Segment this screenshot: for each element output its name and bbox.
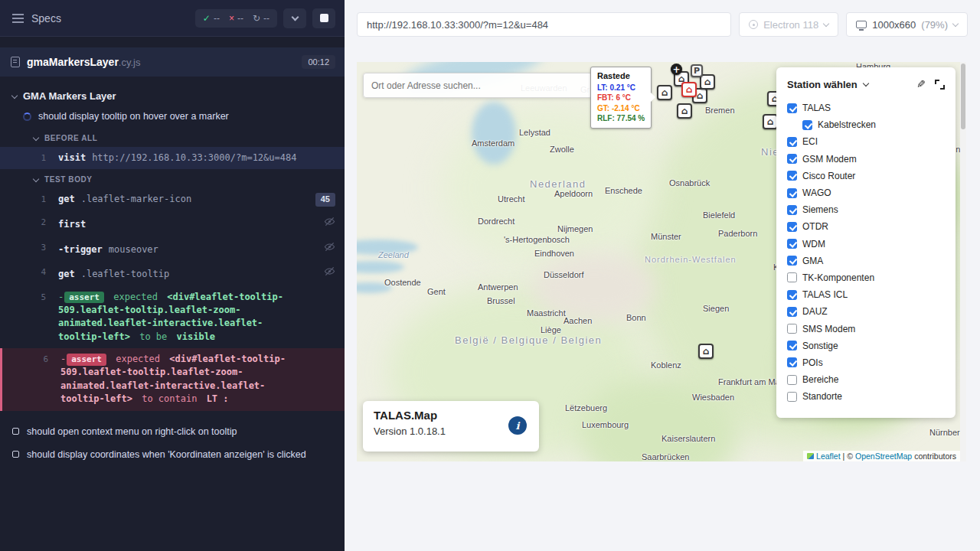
checkbox[interactable]: [787, 171, 797, 181]
map-place-label: Siegen: [703, 304, 729, 313]
checkbox[interactable]: [787, 357, 797, 367]
map-place-label: Bielefeld: [703, 210, 735, 220]
map-place-label: Enschede: [605, 186, 642, 195]
checkbox[interactable]: [787, 324, 797, 334]
station-checkbox-item[interactable]: Bereiche: [786, 371, 946, 388]
command-first[interactable]: 2 first: [0, 211, 345, 236]
checkbox[interactable]: [787, 222, 797, 232]
checkbox[interactable]: [787, 375, 797, 385]
checkbox[interactable]: [787, 154, 797, 164]
map-place-label: Zwolle: [550, 145, 574, 154]
map-marker[interactable]: ⌂: [698, 344, 714, 359]
suite-gma-markers-layer[interactable]: GMA Markers Layer: [0, 87, 345, 106]
map-marker[interactable]: ⌂: [763, 114, 778, 129]
map-scrollbar[interactable]: [960, 62, 966, 461]
section-test-body[interactable]: TEST BODY: [0, 169, 345, 188]
station-checkbox-item[interactable]: GSM Modem: [786, 151, 946, 168]
section-before-all[interactable]: BEFORE ALL: [0, 128, 345, 147]
stat-failed: ×--: [229, 13, 243, 24]
edit-pencil-icon[interactable]: ✎: [916, 78, 926, 90]
specs-menu-icon[interactable]: [12, 14, 24, 23]
station-checkbox-item[interactable]: SMS Modem: [786, 320, 946, 337]
map-marker[interactable]: ⌂: [677, 103, 692, 119]
leaflet-map[interactable]: LeeuwardenGroningenEmdenHamburgBremenHan…: [357, 62, 966, 461]
map-marker[interactable]: P: [691, 64, 703, 77]
checkbox[interactable]: [787, 307, 797, 317]
station-dropdown[interactable]: Station wählen: [787, 79, 858, 90]
checkbox[interactable]: [787, 341, 797, 350]
station-checkbox-item[interactable]: POIs: [786, 354, 946, 371]
search-input[interactable]: [371, 80, 584, 91]
test-stats: ✓-- ×-- ↻--: [195, 9, 277, 28]
map-marker[interactable]: ⌂: [681, 82, 697, 97]
station-checkbox-item[interactable]: TALAS ICL: [786, 286, 946, 303]
marker-tooltip[interactable]: Rastede LT: 0.21 °CFBT: 6 °CGT: -2.14 °C…: [590, 67, 652, 129]
checkbox[interactable]: [787, 239, 797, 249]
command-get-marker-icon[interactable]: 1 get .leaflet-marker-icon 45: [0, 188, 345, 211]
osm-link[interactable]: OpenStreetMap: [855, 452, 912, 461]
checkbox[interactable]: [802, 120, 812, 130]
url-input[interactable]: [367, 19, 721, 31]
aut-header: Electron 118 1000x660 (79%): [357, 12, 968, 37]
map-search-box[interactable]: [363, 73, 593, 98]
app-version: Version 1.0.18.1: [374, 425, 528, 437]
specs-title[interactable]: Specs: [31, 12, 61, 24]
test-active[interactable]: should display tooltip on hover over a m…: [0, 106, 345, 128]
station-checkbox-item[interactable]: Siemens: [786, 201, 946, 218]
check-icon: ✓: [203, 13, 211, 24]
station-label: OTDR: [802, 221, 828, 232]
spec-duration-badge: 00:12: [302, 55, 335, 69]
cypress-reporter: Specs ✓-- ×-- ↻-- gmaMarkersLayer .cy.js…: [0, 0, 345, 551]
expand-icon[interactable]: [935, 80, 945, 90]
test-pending-coordinates[interactable]: should display coordinates when 'Koordin…: [0, 443, 345, 466]
station-checklist: TALAS Kabelstrecken ECI GSM Modem Cisco …: [786, 99, 946, 405]
map-attribution: Leaflet | © OpenStreetMap contributors: [803, 451, 960, 461]
caret-icon: [33, 134, 39, 140]
station-checkbox-item[interactable]: Sonstige: [786, 337, 946, 354]
spec-name[interactable]: gmaMarkersLayer: [27, 56, 119, 68]
checkbox[interactable]: [787, 137, 797, 147]
command-trigger[interactable]: 3 -trigger mouseover: [0, 236, 345, 261]
url-bar[interactable]: [357, 12, 731, 37]
checkbox[interactable]: [787, 188, 797, 198]
map-place-label: Brussel: [487, 296, 515, 305]
command-visit[interactable]: 1 visit http://192.168.10.33:3000/?m=12&…: [0, 147, 345, 169]
collapse-button[interactable]: [283, 8, 306, 28]
browser-selector[interactable]: Electron 118: [739, 12, 838, 37]
scrollbar-thumb[interactable]: [961, 64, 965, 129]
station-checkbox-item[interactable]: TK-Komponenten: [786, 269, 946, 286]
station-label: GMA: [802, 256, 823, 266]
station-checkbox-item[interactable]: Kabelstrecken: [786, 116, 946, 133]
command-get-tooltip[interactable]: 4 get .leaflet-tooltip: [0, 261, 345, 285]
chevron-down-icon[interactable]: [862, 80, 868, 86]
viewport-selector[interactable]: 1000x660 (79%): [846, 12, 968, 37]
map-marker[interactable]: +: [671, 64, 682, 75]
assert-visible-passed[interactable]: 5 -assert expected <div#leaflet-tooltip-…: [0, 286, 345, 349]
station-checkbox-item[interactable]: ECI: [786, 133, 946, 150]
map-place-label: Zeeland: [378, 250, 409, 259]
station-checkbox-item[interactable]: Standorte: [786, 388, 946, 405]
stop-button[interactable]: [312, 8, 335, 28]
test-pending-context-menu[interactable]: should open context menu on right-click …: [0, 420, 345, 443]
checkbox[interactable]: [787, 256, 797, 266]
command-number: 4: [9, 266, 46, 279]
station-checkbox-item[interactable]: WDM: [786, 236, 946, 253]
station-checkbox-item[interactable]: WAGO: [786, 184, 946, 201]
station-checkbox-item[interactable]: DAUZ: [786, 303, 946, 320]
station-checkbox-item[interactable]: GMA: [786, 253, 946, 269]
checkbox[interactable]: [787, 103, 797, 113]
checkbox[interactable]: [787, 205, 797, 215]
leaflet-link[interactable]: Leaflet: [816, 452, 841, 461]
station-checkbox-item[interactable]: Cisco Router: [786, 168, 946, 184]
assert-contain-failing[interactable]: 6 -assert expected <div#leaflet-tooltip-…: [0, 348, 345, 411]
map-marker[interactable]: ⌂: [700, 74, 715, 90]
station-checkbox-item[interactable]: TALAS: [786, 99, 946, 116]
checkbox[interactable]: [787, 272, 797, 282]
pending-test-icon: [12, 451, 19, 458]
station-checkbox-item[interactable]: OTDR: [786, 218, 946, 235]
info-icon[interactable]: i: [508, 416, 527, 435]
spec-file-icon: [11, 57, 20, 67]
checkbox[interactable]: [787, 392, 797, 402]
map-marker[interactable]: ⌂: [657, 85, 672, 100]
checkbox[interactable]: [787, 290, 797, 300]
